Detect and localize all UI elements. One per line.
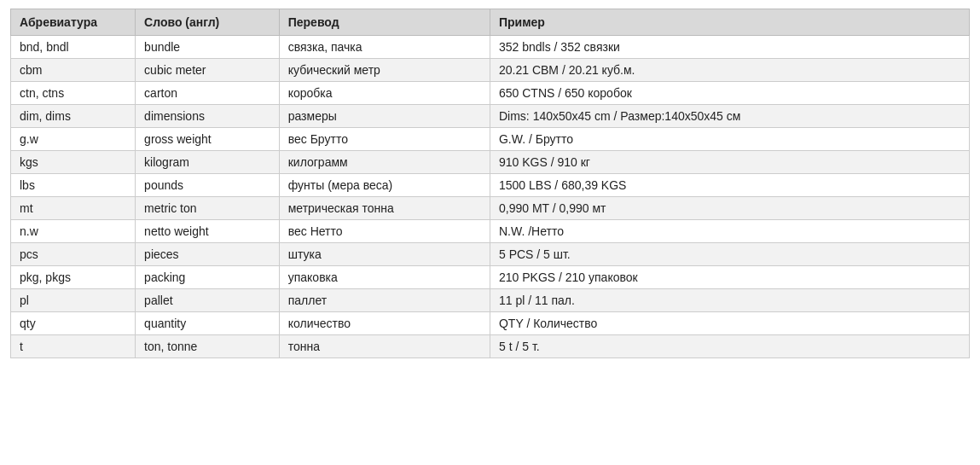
cell-example: 352 bndls / 352 связки <box>490 36 969 59</box>
cell-word: cubic meter <box>136 59 280 82</box>
cell-abbr: lbs <box>11 174 136 197</box>
cell-translation: вес Нетто <box>279 220 490 243</box>
table-row: pkg, pkgspackingупаковка210 PKGS / 210 у… <box>11 266 970 289</box>
table-row: g.wgross weightвес БруттоG.W. / Брутто <box>11 128 970 151</box>
cell-example: 910 KGS / 910 кг <box>490 151 969 174</box>
abbreviations-table: Абревиатура Слово (англ) Перевод Пример … <box>10 9 970 358</box>
cell-translation: вес Брутто <box>279 128 490 151</box>
table-row: ctn, ctnscartonкоробка650 CTNS / 650 кор… <box>11 82 970 105</box>
cell-example: G.W. / Брутто <box>490 128 969 151</box>
cell-word: bundle <box>136 36 280 59</box>
cell-abbr: bnd, bndl <box>11 36 136 59</box>
cell-translation: килограмм <box>279 151 490 174</box>
cell-word: kilogram <box>136 151 280 174</box>
cell-translation: кубический метр <box>279 59 490 82</box>
cell-example: QTY / Количество <box>490 312 969 335</box>
table-row: kgskilogramкилограмм910 KGS / 910 кг <box>11 151 970 174</box>
cell-word: gross weight <box>136 128 280 151</box>
table-row: cbmcubic meterкубический метр20.21 CBM /… <box>11 59 970 82</box>
cell-example: 5 PCS / 5 шт. <box>490 243 969 266</box>
cell-example: 1500 LBS / 680,39 KGS <box>490 174 969 197</box>
cell-abbr: pkg, pkgs <box>11 266 136 289</box>
cell-word: quantity <box>136 312 280 335</box>
cell-translation: тонна <box>279 335 490 358</box>
cell-abbr: mt <box>11 197 136 220</box>
cell-abbr: n.w <box>11 220 136 243</box>
cell-example: 11 pl / 11 пал. <box>490 289 969 312</box>
cell-word: netto weight <box>136 220 280 243</box>
cell-abbr: pcs <box>11 243 136 266</box>
cell-example: 20.21 CBM / 20.21 куб.м. <box>490 59 969 82</box>
cell-word: packing <box>136 266 280 289</box>
cell-example: 0,990 MT / 0,990 мт <box>490 197 969 220</box>
cell-word: carton <box>136 82 280 105</box>
cell-translation: связка, пачка <box>279 36 490 59</box>
cell-translation: метрическая тонна <box>279 197 490 220</box>
cell-word: metric ton <box>136 197 280 220</box>
cell-translation: размеры <box>279 105 490 128</box>
cell-translation: количество <box>279 312 490 335</box>
cell-word: pounds <box>136 174 280 197</box>
cell-translation: упаковка <box>279 266 490 289</box>
cell-abbr: g.w <box>11 128 136 151</box>
header-translation: Перевод <box>279 9 490 36</box>
cell-translation: паллет <box>279 289 490 312</box>
table-row: plpalletпаллет11 pl / 11 пал. <box>11 289 970 312</box>
cell-abbr: qty <box>11 312 136 335</box>
cell-translation: коробка <box>279 82 490 105</box>
cell-translation: штука <box>279 243 490 266</box>
cell-abbr: dim, dims <box>11 105 136 128</box>
table-row: n.wnetto weightвес НеттоN.W. /Нетто <box>11 220 970 243</box>
cell-abbr: t <box>11 335 136 358</box>
cell-example: 650 CTNS / 650 коробок <box>490 82 969 105</box>
cell-example: 5 t / 5 т. <box>490 335 969 358</box>
table-row: tton, tonneтонна5 t / 5 т. <box>11 335 970 358</box>
table-row: pcspiecesштука 5 PCS / 5 шт. <box>11 243 970 266</box>
table-row: bnd, bndlbundleсвязка, пачка352 bndls / … <box>11 36 970 59</box>
cell-word: dimensions <box>136 105 280 128</box>
cell-abbr: kgs <box>11 151 136 174</box>
header-abbr: Абревиатура <box>11 9 136 36</box>
table-header-row: Абревиатура Слово (англ) Перевод Пример <box>11 9 970 36</box>
cell-abbr: cbm <box>11 59 136 82</box>
header-example: Пример <box>490 9 969 36</box>
cell-example: 210 PKGS / 210 упаковок <box>490 266 969 289</box>
table-row: mtmetric tonметрическая тонна0,990 MT / … <box>11 197 970 220</box>
table-wrapper: Абревиатура Слово (англ) Перевод Пример … <box>0 0 980 367</box>
cell-example: N.W. /Нетто <box>490 220 969 243</box>
table-row: qtyquantityколичествоQTY / Количество <box>11 312 970 335</box>
cell-word: pallet <box>136 289 280 312</box>
cell-example: Dims: 140x50x45 cm / Размер:140x50x45 см <box>490 105 969 128</box>
cell-word: pieces <box>136 243 280 266</box>
cell-abbr: ctn, ctns <box>11 82 136 105</box>
table-row: lbspoundsфунты (мера веса) 1500 LBS / 68… <box>11 174 970 197</box>
header-word: Слово (англ) <box>136 9 280 36</box>
cell-abbr: pl <box>11 289 136 312</box>
cell-translation: фунты (мера веса) <box>279 174 490 197</box>
table-row: dim, dimsdimensionsразмерыDims: 140x50x4… <box>11 105 970 128</box>
cell-word: ton, tonne <box>136 335 280 358</box>
